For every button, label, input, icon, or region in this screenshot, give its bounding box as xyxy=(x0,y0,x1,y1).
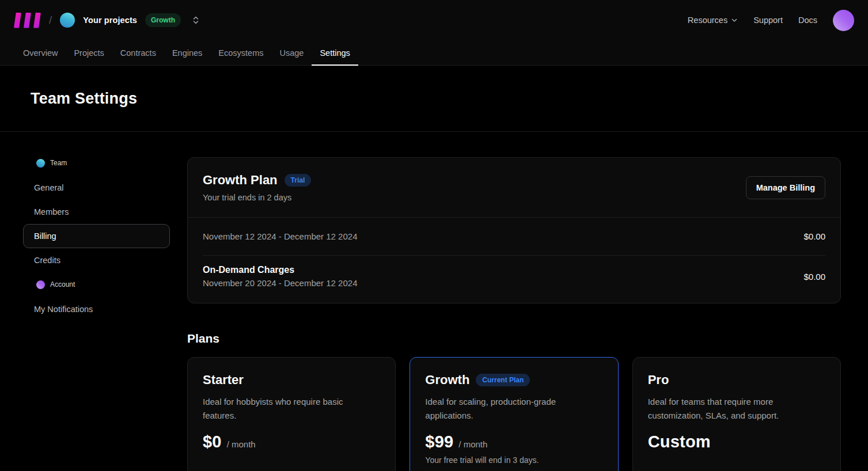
nav-docs[interactable]: Docs xyxy=(798,16,817,25)
top-nav: Resources Support Docs xyxy=(688,10,854,31)
settings-content: Team General Members Billing Credits Acc… xyxy=(0,132,868,471)
page-header: Team Settings xyxy=(0,66,868,132)
on-demand-period: November 20 2024 - December 12 2024 xyxy=(203,278,358,288)
top-bar: / Your projects Growth Resources Support… xyxy=(0,0,868,40)
tab-usage[interactable]: Usage xyxy=(271,40,312,65)
plan-name-growth: Growth xyxy=(425,373,469,388)
breadcrumb-separator: / xyxy=(49,14,52,26)
nav-resources[interactable]: Resources xyxy=(688,16,738,25)
sidebar-section-team: Team xyxy=(23,157,170,169)
on-demand-row: On-Demand Charges November 20 2024 - Dec… xyxy=(188,256,840,303)
plan-price-suffix-starter: / month xyxy=(227,439,256,449)
plan-desc-pro: Ideal for teams that require more custom… xyxy=(648,395,821,423)
billing-card: Growth Plan Trial Your trial ends in 2 d… xyxy=(187,157,841,303)
plan-name-starter: Starter xyxy=(203,373,244,388)
tab-projects[interactable]: Projects xyxy=(66,40,112,65)
tab-settings[interactable]: Settings xyxy=(312,40,358,65)
team-dot-icon xyxy=(36,159,45,168)
plan-desc-starter: Ideal for hobbyists who require basic fe… xyxy=(203,395,376,423)
tab-contracts[interactable]: Contracts xyxy=(112,40,164,65)
plan-name-pro: Pro xyxy=(648,373,669,388)
trial-badge: Trial xyxy=(285,174,312,187)
sidebar-team-list: General Members Billing Credits xyxy=(23,176,170,272)
billing-main: Growth Plan Trial Your trial ends in 2 d… xyxy=(187,157,841,471)
sidebar-section-team-label: Team xyxy=(50,159,67,167)
plan-price-growth: $99 xyxy=(425,432,453,451)
primary-tabs: Overview Projects Contracts Engines Ecos… xyxy=(0,40,868,66)
billing-card-header: Growth Plan Trial Your trial ends in 2 d… xyxy=(188,158,840,218)
on-demand-amount: $0.00 xyxy=(803,272,825,282)
sidebar-item-my-notifications[interactable]: My Notifications xyxy=(23,297,170,321)
on-demand-title: On-Demand Charges xyxy=(203,265,358,275)
breadcrumb: / Your projects Growth xyxy=(14,13,200,28)
team-name[interactable]: Your projects xyxy=(83,16,137,25)
plan-desc-growth: Ideal for scaling, production-grade appl… xyxy=(425,395,598,423)
user-avatar[interactable] xyxy=(833,10,854,31)
tab-engines[interactable]: Engines xyxy=(164,40,210,65)
billing-period-amount: $0.00 xyxy=(803,231,825,241)
chevrons-up-down-icon[interactable] xyxy=(191,16,200,25)
chevron-down-icon xyxy=(731,17,738,24)
tab-overview[interactable]: Overview xyxy=(15,40,66,65)
current-plan-title: Growth Plan xyxy=(203,173,278,188)
sidebar-item-general[interactable]: General xyxy=(23,176,170,200)
manage-billing-button[interactable]: Manage Billing xyxy=(746,176,825,199)
billing-period-row: November 12 2024 - December 12 2024 $0.0… xyxy=(188,218,840,255)
tab-ecosystems[interactable]: Ecosystems xyxy=(210,40,271,65)
plans-heading: Plans xyxy=(187,332,841,345)
sidebar-section-account-label: Account xyxy=(50,280,75,288)
plan-price-pro: Custom xyxy=(648,432,711,451)
plan-price-starter: $0 xyxy=(203,432,222,451)
page-title: Team Settings xyxy=(31,90,137,108)
sidebar-section-account: Account xyxy=(23,279,170,290)
plan-card-starter: Starter Ideal for hobbyists who require … xyxy=(187,357,396,471)
plan-card-pro: Pro Ideal for teams that require more cu… xyxy=(632,357,841,471)
account-dot-icon xyxy=(36,280,45,289)
plan-card-growth: Growth Current Plan Ideal for scaling, p… xyxy=(410,357,618,471)
team-plan-badge: Growth xyxy=(145,13,181,27)
plan-price-suffix-growth: / month xyxy=(458,439,487,449)
thirdweb-logo-icon[interactable] xyxy=(14,13,41,28)
sidebar-item-credits[interactable]: Credits xyxy=(23,248,170,272)
sidebar-item-billing[interactable]: Billing xyxy=(23,224,170,248)
current-plan-badge: Current Plan xyxy=(476,374,530,386)
sidebar-account-list: My Notifications xyxy=(23,297,170,321)
plan-trial-note: Your free trial will end in 3 days. xyxy=(425,455,602,465)
sidebar-item-members[interactable]: Members xyxy=(23,200,170,224)
nav-support[interactable]: Support xyxy=(753,16,783,25)
nav-resources-label: Resources xyxy=(688,16,727,25)
team-avatar[interactable] xyxy=(60,13,75,28)
billing-period: November 12 2024 - December 12 2024 xyxy=(203,231,358,241)
trial-ends-text: Your trial ends in 2 days xyxy=(203,193,311,202)
settings-sidebar: Team General Members Billing Credits Acc… xyxy=(23,157,170,471)
plan-grid: Starter Ideal for hobbyists who require … xyxy=(187,357,841,471)
